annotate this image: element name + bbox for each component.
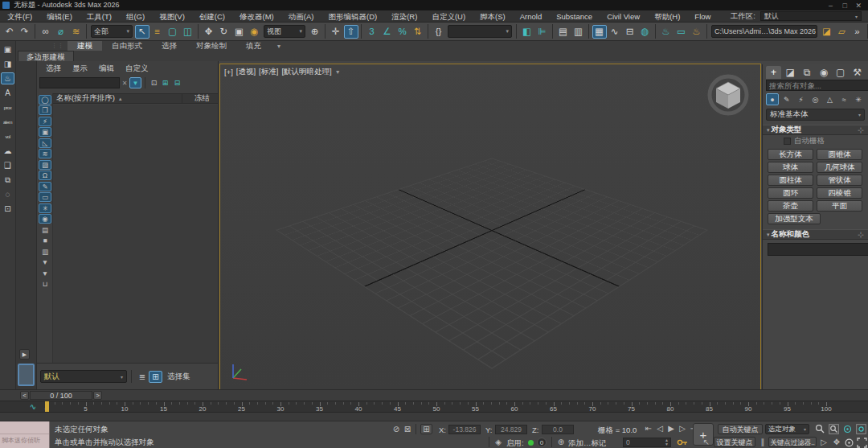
- display-bones-icon[interactable]: ✎: [39, 182, 51, 191]
- select-and-link-icon[interactable]: ∞: [39, 25, 53, 39]
- clear-search-icon[interactable]: ✕: [120, 80, 129, 87]
- track-bar[interactable]: ∿ 05101520253035404550556065707580859095…: [0, 401, 868, 413]
- explorer-menu[interactable]: 选择: [40, 61, 67, 76]
- toggle-ribbon-icon[interactable]: ▦: [592, 25, 607, 39]
- primitive-button[interactable]: 长方体: [768, 149, 813, 160]
- percent-snap-icon[interactable]: %: [395, 25, 410, 39]
- primitive-button[interactable]: 四棱锥: [817, 187, 862, 199]
- schematic-view-icon[interactable]: ⊟: [623, 25, 637, 39]
- modify-tab[interactable]: ◪: [782, 66, 798, 79]
- ribbon-drag-handle[interactable]: ⋮⋮: [51, 43, 64, 49]
- menu-item[interactable]: Civil View: [600, 10, 647, 23]
- keyboard-override-icon[interactable]: ⇧: [344, 25, 358, 39]
- add-marker-icon[interactable]: ⊕: [555, 437, 567, 447]
- curve-editor-icon[interactable]: ∿: [608, 25, 622, 39]
- render-view-icon[interactable]: ▣: [1, 43, 14, 55]
- arnold-alembic-icon[interactable]: alem: [1, 116, 14, 128]
- arnold-proxy-icon[interactable]: prox: [1, 101, 14, 113]
- lights-category-icon[interactable]: ⚡: [795, 93, 808, 105]
- window-crossing-icon[interactable]: ◫: [181, 25, 195, 39]
- zoom-extents-icon[interactable]: [842, 424, 853, 434]
- display-hidden-icon[interactable]: ◉: [39, 214, 51, 224]
- material-editor-icon[interactable]: ◍: [638, 25, 653, 39]
- ribbon-tab[interactable]: 填充: [236, 41, 271, 51]
- name-column-header[interactable]: 名称(按升序排序): [53, 93, 115, 104]
- toggle-scene-explorer-icon[interactable]: ▤: [556, 25, 571, 39]
- layout-expand-button[interactable]: ▶: [19, 349, 30, 360]
- ribbon-tab[interactable]: 建模: [68, 41, 102, 51]
- search-all-objects-input[interactable]: [766, 80, 868, 91]
- add-marker-label[interactable]: 添加…标记: [568, 438, 607, 448]
- viewport-layout-tab[interactable]: [18, 364, 35, 386]
- primitive-button[interactable]: 圆锥体: [817, 149, 862, 160]
- close-button[interactable]: ✕: [855, 2, 862, 10]
- zoom-all-icon[interactable]: [829, 424, 839, 434]
- frame-display[interactable]: 0 / 100: [30, 391, 92, 400]
- perspective-viewport[interactable]: [+] [透视] [标准] [默认明暗处理] ▼: [220, 64, 760, 389]
- pin-icon[interactable]: ⊹: [858, 230, 864, 240]
- maximize-viewport-toggle-icon[interactable]: [857, 438, 867, 448]
- display-frozen-icon[interactable]: ✳: [39, 203, 51, 213]
- next-frame-button[interactable]: >: [93, 391, 102, 400]
- menu-item[interactable]: Flow: [687, 10, 718, 23]
- arnold-disabled-icon[interactable]: ☁: [1, 145, 14, 157]
- display-lights-icon[interactable]: ⚡: [39, 117, 51, 126]
- rectangular-selection-region-icon[interactable]: ▢: [166, 25, 180, 39]
- view-cube[interactable]: [702, 72, 751, 119]
- sort-ascending-icon[interactable]: ▲: [118, 97, 123, 101]
- reference-coordinate-system-select[interactable]: 视图▾: [264, 25, 305, 38]
- mirror-icon[interactable]: ◧: [520, 25, 534, 39]
- current-frame-spinner[interactable]: 0 ▲▼: [623, 438, 671, 447]
- maximize-button[interactable]: □: [843, 2, 847, 10]
- named-selection-set-select[interactable]: ▾: [448, 25, 512, 38]
- select-and-place-icon[interactable]: ◉: [248, 25, 262, 39]
- key-filters-button[interactable]: 关键点过滤器..: [768, 437, 817, 447]
- redo-icon[interactable]: ↷: [18, 25, 32, 39]
- block-view-icon[interactable]: ■: [39, 236, 51, 245]
- display-tab[interactable]: ▢: [833, 66, 849, 79]
- render-setup-icon[interactable]: ♨: [659, 25, 674, 39]
- primitive-button[interactable]: 管状体: [817, 175, 862, 186]
- arnold-disabled2-icon[interactable]: ❑: [1, 159, 14, 171]
- primitive-button[interactable]: 圆柱体: [768, 175, 813, 186]
- enable-badge[interactable]: 0: [537, 438, 547, 447]
- select-and-manipulate-icon[interactable]: ✛: [329, 25, 343, 39]
- sort-mode-icon[interactable]: ≣: [136, 371, 149, 383]
- toggle-layer-explorer-icon[interactable]: ▥: [571, 25, 586, 39]
- auto-key-button[interactable]: 自动关键点: [718, 424, 763, 434]
- selection-filter-select[interactable]: 全部▾: [91, 25, 133, 38]
- previous-frame-button[interactable]: <: [20, 391, 29, 400]
- angle-snap-icon[interactable]: ∠: [380, 25, 395, 39]
- subcategory-select[interactable]: 标准基本体▾: [766, 109, 865, 121]
- display-materials-icon[interactable]: ▨: [39, 160, 51, 170]
- minimize-button[interactable]: –: [829, 2, 833, 10]
- maxscript-mini-listener[interactable]: 脚本迷你侦听: [0, 421, 50, 448]
- viewport-shading-menu[interactable]: [默认明暗处理]: [281, 67, 331, 77]
- degradation-icon[interactable]: ◈: [493, 437, 504, 447]
- frozen-column-header[interactable]: 冻结: [194, 93, 210, 104]
- menu-item[interactable]: 编辑(E): [39, 10, 80, 23]
- menu-item[interactable]: 渲染(R): [384, 10, 424, 23]
- explorer-search-input[interactable]: [39, 77, 120, 88]
- select-and-move-icon[interactable]: ✥: [202, 25, 216, 39]
- time-slider-marker[interactable]: [45, 401, 49, 412]
- use-center-icon[interactable]: ⊕: [308, 25, 322, 39]
- set-key-button[interactable]: 设置关键点: [714, 437, 755, 447]
- lock-explorer-icon[interactable]: ⊡: [149, 79, 159, 87]
- display-none-icon[interactable]: ◯: [39, 95, 51, 105]
- select-and-scale-icon[interactable]: ▣: [232, 25, 247, 39]
- shapes-category-icon[interactable]: ✎: [780, 93, 793, 105]
- display-space-warps-icon[interactable]: ≋: [39, 149, 51, 158]
- arnold-dashed-light-icon[interactable]: ◌: [1, 188, 14, 200]
- select-object-icon[interactable]: ↖: [135, 25, 149, 39]
- display-groups-icon[interactable]: Ω: [39, 171, 51, 180]
- time-slider[interactable]: < 0 / 100 >: [20, 391, 102, 400]
- x-coordinate-field[interactable]: -13.826: [448, 425, 481, 434]
- filter-add-icon[interactable]: ▼: [39, 269, 51, 278]
- viewport-pov-menu[interactable]: [透视]: [236, 67, 256, 77]
- display-containers-icon[interactable]: ▭: [39, 192, 51, 202]
- selection-set-select[interactable]: 默认▾: [40, 370, 127, 383]
- project-folder-icon[interactable]: ◪: [820, 25, 834, 39]
- next-frame-icon[interactable]: ▷: [677, 423, 688, 434]
- menu-item[interactable]: Substance: [549, 10, 600, 23]
